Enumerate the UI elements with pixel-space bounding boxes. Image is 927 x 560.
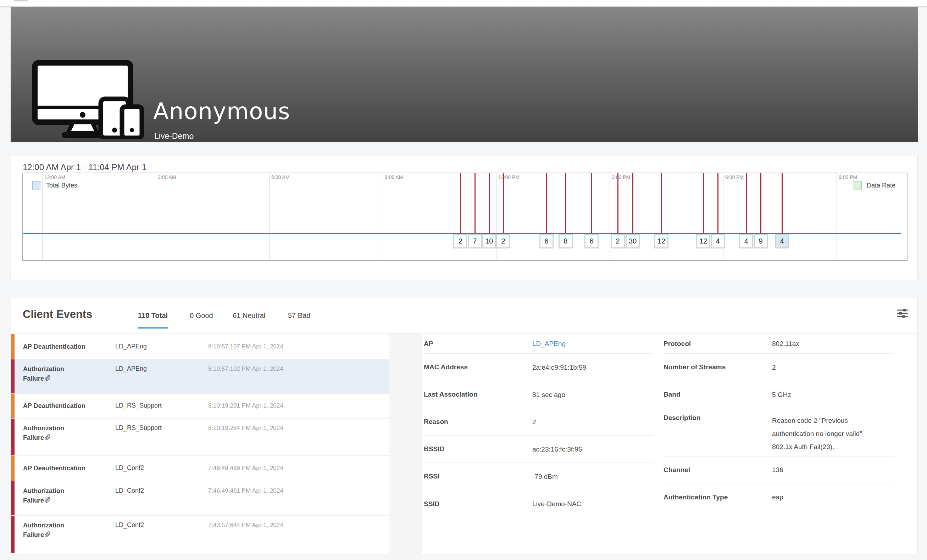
detail-row: Number of Streams2	[664, 354, 894, 381]
detail-row: Protocol802.11ax	[664, 334, 894, 354]
event-ap-name: LD_RS_Support	[115, 402, 162, 409]
detail-label: AP	[424, 340, 532, 348]
gridline	[383, 173, 383, 260]
event-count-bar[interactable]	[460, 173, 461, 234]
event-count-badge[interactable]: 9	[754, 234, 768, 249]
event-count-badge[interactable]: 2	[496, 234, 510, 249]
timeline-chart[interactable]: 12:00 AM3:00 AM6:00 AM9:00 AM12:00 PM3:0…	[22, 173, 907, 261]
event-count-badge[interactable]: 6	[539, 234, 553, 249]
event-details-left: APLD_APEngMAC Address2a:e4:c9:91:1b:59La…	[424, 334, 653, 518]
detail-row: SSIDLive-Demo-NAC	[424, 490, 653, 518]
detail-value: 2a:e4:c9:91:1b:59	[532, 361, 635, 374]
attachment-paperclip-icon	[45, 375, 51, 381]
x-tick-label: 3:00 AM	[158, 175, 176, 180]
detail-value: 81 sec ago	[532, 388, 635, 401]
event-count-badge[interactable]: 2	[611, 234, 625, 249]
event-count-badge[interactable]: 10	[482, 234, 496, 249]
detail-value: 136	[772, 463, 875, 477]
detail-value: 5 GHz	[772, 388, 875, 401]
event-ap-name: LD_RS_Support	[115, 424, 162, 432]
event-list-item[interactable]: AP DeauthenticationLD_APEng8:10:57.107 P…	[11, 334, 389, 360]
severity-bar-bad	[11, 360, 15, 393]
gridline	[837, 173, 837, 260]
event-count-badge[interactable]: 6	[584, 234, 599, 249]
timeline-chart-card: 12:00 AM Apr 1 - 11:04 PM Apr 1 12:00 AM…	[11, 156, 918, 280]
event-count-badge[interactable]: 30	[626, 234, 640, 249]
client-events-title: Client Events	[23, 308, 92, 321]
event-count-bar[interactable]	[717, 173, 719, 234]
event-count-bar[interactable]	[703, 173, 704, 234]
detail-row: Band5 GHz	[664, 381, 894, 408]
sliders-icon[interactable]	[897, 309, 908, 318]
detail-label: Number of Streams	[664, 363, 772, 371]
detail-value: eap	[772, 490, 875, 504]
detail-label: MAC Address	[424, 363, 532, 371]
event-count-badge[interactable]: 2	[453, 234, 467, 249]
event-list-item[interactable]: Authorization FailureLD_APEng8:10:57.102…	[11, 360, 389, 394]
event-count-bar[interactable]	[782, 173, 783, 234]
x-tick-label: 3:00 PM	[612, 175, 630, 180]
event-count-badge[interactable]: 4	[739, 234, 753, 249]
x-tick-label: 6:00 PM	[725, 175, 744, 180]
severity-bar-warning	[11, 456, 15, 481]
event-list-item[interactable]: Authorization FailureLD_RS_Support8:10:1…	[11, 419, 389, 456]
event-ap-name: LD_Conf2	[115, 521, 144, 529]
detail-label: Last Association	[424, 391, 532, 398]
detail-label: Description	[664, 414, 772, 422]
event-count-badge[interactable]: 7	[468, 234, 482, 249]
event-count-badge[interactable]: 12	[654, 234, 669, 249]
event-type: Authorization Failure	[23, 423, 80, 443]
data-rate-swatch	[853, 181, 862, 190]
legend-total-bytes[interactable]: Total Bytes	[32, 181, 77, 190]
chrome-tab-sliver	[14, 0, 28, 2]
legend-data-rate[interactable]: Data Rate	[853, 181, 895, 190]
event-count-bar[interactable]	[565, 173, 566, 234]
event-count-bar[interactable]	[591, 173, 592, 234]
data-rate-label: Data Rate	[867, 182, 895, 189]
x-tick-label: 9:00 AM	[385, 175, 403, 180]
detail-value-link[interactable]: LD_APEng	[532, 337, 635, 350]
event-list-item[interactable]: AP DeauthenticationLD_RS_Support8:10:19.…	[11, 394, 389, 419]
detail-row: Authentication Typeeap	[664, 483, 894, 511]
attachment-paperclip-icon	[45, 434, 51, 440]
event-count-badge[interactable]: 4	[775, 234, 789, 249]
event-count-bar[interactable]	[617, 173, 619, 234]
severity-bar-warning	[11, 334, 15, 359]
event-count-bar[interactable]	[546, 173, 547, 234]
event-count-bar[interactable]	[489, 173, 490, 234]
event-list-item[interactable]: AP DeauthenticationLD_Conf27:46:49.469 P…	[11, 456, 389, 481]
event-count-badge[interactable]: 4	[711, 234, 725, 249]
event-ap-name: LD_APEng	[115, 343, 147, 350]
events-tab-total[interactable]: 118 Total	[138, 311, 168, 320]
event-count-bar[interactable]	[474, 173, 476, 234]
x-tick-label: 6:00 AM	[271, 175, 289, 180]
event-list-item[interactable]: Authorization FailureLD_Conf27:43:57.644…	[11, 516, 389, 553]
attachment-paperclip-icon	[45, 496, 51, 503]
severity-bar-warning	[11, 394, 15, 418]
detail-row: MAC Address2a:e4:c9:91:1b:59	[424, 354, 653, 381]
event-count-badge[interactable]: 8	[559, 234, 573, 249]
list-details-gutter	[389, 334, 422, 554]
detail-label: RSSI	[424, 472, 532, 480]
events-tab-good[interactable]: 0 Good	[190, 311, 213, 320]
severity-bar-bad	[11, 481, 15, 515]
event-count-bar[interactable]	[746, 173, 747, 234]
total-bytes-line-tip	[896, 233, 901, 234]
detail-value: 2	[772, 361, 875, 374]
client-insights-page: Anonymous Live-Demo 12:00 AM Apr 1 - 11:…	[0, 0, 927, 560]
event-count-bar[interactable]	[503, 173, 504, 234]
event-list: AP DeauthenticationLD_APEng8:10:57.107 P…	[11, 334, 389, 553]
client-events-card: Client Events 118 Total0 Good61 Neutral5…	[11, 297, 918, 554]
detail-value: -79 dBm	[532, 470, 635, 483]
event-list-item[interactable]: Authorization FailureLD_Conf27:46:49.461…	[11, 481, 389, 516]
event-count-badge[interactable]: 12	[696, 234, 710, 249]
severity-bar-bad	[11, 419, 15, 455]
event-timestamp: 8:10:57.102 PM Apr 1, 2024	[208, 366, 283, 372]
event-count-bar[interactable]	[661, 173, 662, 234]
detail-value: ac:23:16:fc:3f:95	[532, 443, 635, 456]
event-timestamp: 7:43:57.644 PM Apr 1, 2024	[208, 522, 283, 529]
event-count-bar[interactable]	[760, 173, 761, 234]
events-tab-neutral[interactable]: 61 Neutral	[233, 311, 265, 320]
events-tab-bad[interactable]: 57 Bad	[288, 311, 310, 320]
event-count-bar[interactable]	[632, 173, 634, 234]
